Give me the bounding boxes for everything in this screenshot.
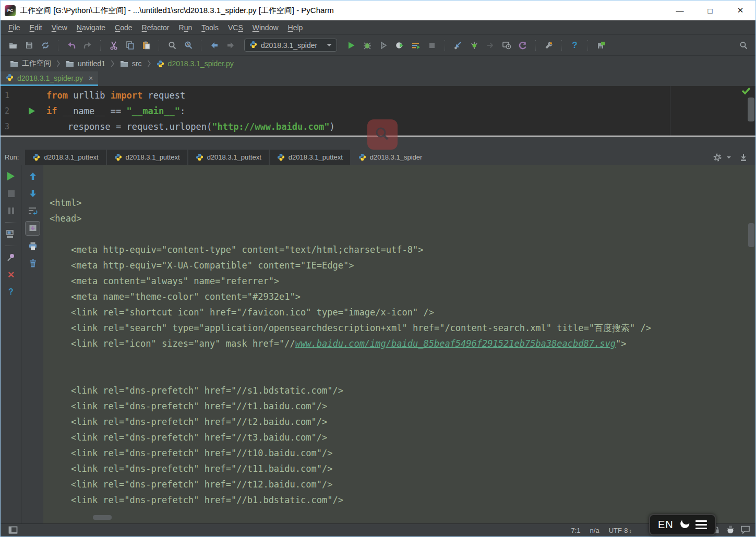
- menu-item-edit[interactable]: Edit: [25, 21, 47, 34]
- menu-item-window[interactable]: Window: [248, 21, 283, 34]
- pause-output-icon[interactable]: [4, 204, 18, 217]
- pin-tab-icon[interactable]: [4, 251, 18, 264]
- moon-icon[interactable]: [679, 518, 690, 532]
- maximize-button[interactable]: □: [695, 1, 725, 20]
- close-button[interactable]: ✕: [725, 1, 755, 20]
- console-hyperlink[interactable]: www.baidu.com/img/baidu_85beaf5496f29152…: [295, 338, 616, 349]
- minimize-button[interactable]: —: [665, 1, 695, 20]
- console-scrollbar-thumb[interactable]: [748, 223, 754, 247]
- soft-wrap-icon[interactable]: [26, 204, 40, 217]
- caret-position[interactable]: 7:1: [571, 527, 581, 534]
- encoding-arrows-icon: ↕: [629, 528, 632, 534]
- redo-icon[interactable]: [80, 38, 94, 52]
- console-help-icon[interactable]: ?: [4, 285, 18, 299]
- paste-icon[interactable]: [139, 38, 153, 52]
- breadcrumb-item[interactable]: src: [117, 59, 145, 68]
- scroll-to-end-header-icon[interactable]: [736, 151, 750, 164]
- run-tab[interactable]: d2018.3.1_puttext: [188, 150, 270, 165]
- scroll-to-end-icon[interactable]: [25, 221, 40, 236]
- run-icon[interactable]: [344, 38, 358, 52]
- editor-scrollbar-thumb[interactable]: [748, 97, 754, 121]
- tab-close-icon[interactable]: ×: [87, 74, 93, 82]
- restore-layout-icon[interactable]: [4, 227, 18, 241]
- breadcrumb: 工作空间untitled1srcd2018.3.1_spider.py: [1, 56, 755, 71]
- run-console[interactable]: <html><head> <meta http-equiv="content-t…: [43, 165, 755, 523]
- menu-item-code[interactable]: Code: [110, 21, 137, 34]
- vcs-push-icon[interactable]: [483, 38, 497, 52]
- editor-tab[interactable]: d2018.3.1_spider.py ×: [1, 71, 98, 86]
- run-with-options-icon[interactable]: [409, 38, 423, 52]
- console-line: [50, 351, 755, 367]
- recent-changes-icon[interactable]: [499, 38, 513, 52]
- vcs-commit-icon[interactable]: [467, 38, 481, 52]
- breadcrumb-item[interactable]: untitled1: [63, 59, 109, 68]
- next-occurrence-icon[interactable]: [26, 187, 40, 200]
- menu-item-view[interactable]: View: [47, 21, 72, 34]
- console-line: <meta name="theme-color" content="#2932e…: [50, 289, 755, 304]
- gear-dropdown-caret[interactable]: [727, 156, 731, 158]
- print-icon[interactable]: [26, 239, 40, 253]
- coverage-icon[interactable]: [376, 38, 390, 52]
- file-encoding[interactable]: UTF-8↕: [609, 527, 632, 534]
- chevron-down-icon: [327, 44, 332, 46]
- event-log-icon[interactable]: [740, 525, 750, 535]
- close-console-icon[interactable]: ✕: [4, 268, 18, 282]
- breadcrumb-item[interactable]: d2018.3.1_spider.py: [153, 59, 237, 68]
- title-bar: PC 工作空间 [G:\Python\工作空间] - ...\untitled1…: [1, 1, 755, 20]
- ime-menu-icon[interactable]: [695, 520, 707, 529]
- replace-icon[interactable]: A: [181, 38, 195, 52]
- run-configuration-select[interactable]: d2018.3.1_spider: [244, 39, 337, 52]
- menu-item-vcs[interactable]: VCS: [223, 21, 248, 34]
- run-tab[interactable]: d2018.3.1_spider: [351, 150, 430, 165]
- svg-text:A: A: [186, 42, 189, 47]
- debug-icon[interactable]: [360, 38, 374, 52]
- menu-item-refactor[interactable]: Refactor: [137, 21, 174, 34]
- open-icon[interactable]: [6, 38, 20, 52]
- console-hscrollbar-thumb[interactable]: [93, 515, 112, 520]
- prev-occurrence-icon[interactable]: [26, 169, 40, 183]
- editor-line: 1from urllib import request: [1, 88, 755, 103]
- settings-icon[interactable]: [542, 38, 556, 52]
- stop-icon[interactable]: [425, 38, 439, 52]
- run-tab[interactable]: d2018.3.1_puttext: [107, 150, 188, 165]
- profiler-icon[interactable]: [392, 38, 406, 52]
- menu-item-tools[interactable]: Tools: [197, 21, 223, 34]
- copy-icon[interactable]: [123, 38, 137, 52]
- editor-line: 2if __name__ == "__main__":: [1, 103, 755, 119]
- menu-item-help[interactable]: Help: [283, 21, 308, 34]
- back-icon[interactable]: [207, 38, 221, 52]
- plugin-update-icon[interactable]: [594, 38, 608, 52]
- run-panel-header: Run: d2018.3.1_puttextd2018.3.1_puttextd…: [1, 150, 755, 165]
- menu-item-run[interactable]: Run: [174, 21, 197, 34]
- console-line: <meta http-equiv="content-type" content=…: [50, 242, 755, 258]
- rollback-icon[interactable]: [515, 38, 530, 52]
- forward-icon[interactable]: [223, 38, 237, 52]
- menu-item-navigate[interactable]: Navigate: [72, 21, 110, 34]
- run-line-marker-icon[interactable]: [29, 107, 35, 115]
- breadcrumb-item[interactable]: 工作空间: [7, 59, 54, 68]
- run-tab[interactable]: d2018.3.1_puttext: [270, 150, 351, 165]
- python-icon: [196, 153, 203, 161]
- vcs-update-icon[interactable]: [451, 38, 465, 52]
- editor-tab-bar: d2018.3.1_spider.py ×: [1, 71, 755, 86]
- clear-all-icon[interactable]: [26, 257, 40, 270]
- run-tab[interactable]: d2018.3.1_puttext: [25, 150, 106, 165]
- search-everywhere-icon[interactable]: [736, 38, 750, 52]
- toolwindow-toggle-icon[interactable]: [6, 523, 20, 537]
- inspection-ok-icon[interactable]: [741, 87, 751, 97]
- hector-inspector-icon[interactable]: [726, 525, 735, 535]
- undo-icon[interactable]: [64, 38, 78, 52]
- stop-process-icon[interactable]: [4, 187, 18, 200]
- rerun-icon[interactable]: [4, 169, 18, 183]
- find-icon[interactable]: [165, 38, 179, 52]
- ime-language-label[interactable]: EN: [658, 519, 674, 531]
- console-line: [50, 226, 755, 242]
- sync-icon[interactable]: [38, 38, 52, 52]
- cut-icon[interactable]: [106, 38, 121, 52]
- gear-icon[interactable]: [710, 151, 724, 164]
- help-icon[interactable]: ?: [568, 38, 582, 52]
- line-separator[interactable]: n/a: [590, 527, 599, 534]
- save-icon[interactable]: [22, 38, 36, 52]
- console-line: <link rel="dns-prefetch" href="//t3.baid…: [50, 430, 755, 445]
- menu-item-file[interactable]: File: [4, 21, 25, 34]
